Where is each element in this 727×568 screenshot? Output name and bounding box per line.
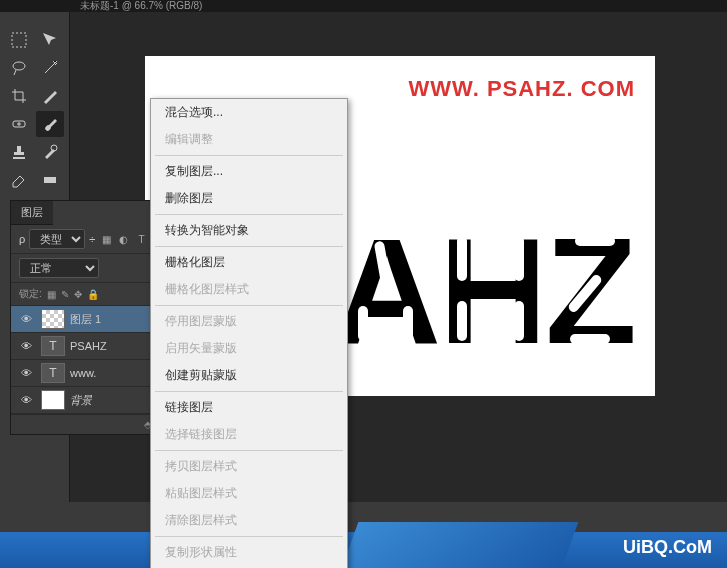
visibility-toggle[interactable]: 👁	[16, 367, 36, 379]
visibility-toggle[interactable]: 👁	[16, 340, 36, 352]
layer-context-menu: 混合选项... 编辑调整 复制图层... 删除图层 转换为智能对象 栅格化图层 …	[150, 98, 348, 568]
visibility-toggle[interactable]: 👁	[16, 394, 36, 406]
wand-tool[interactable]	[36, 55, 64, 81]
layer-filter-type[interactable]: 类型	[29, 229, 85, 249]
menu-separator	[155, 391, 343, 392]
menu-edit-adjustment: 编辑调整	[151, 126, 347, 153]
menu-select-linked: 选择链接图层	[151, 421, 347, 448]
layer-thumb	[41, 309, 65, 329]
menu-rasterize-style: 栅格化图层样式	[151, 276, 347, 303]
brush-tool[interactable]	[36, 111, 64, 137]
crop-tool[interactable]	[5, 83, 33, 109]
gradient-tool[interactable]	[36, 167, 64, 193]
lock-brush-icon[interactable]: ✎	[61, 289, 69, 300]
canvas-watermark: WWW. PSAHZ. COM	[409, 76, 635, 102]
svg-point-1	[13, 62, 25, 70]
svg-rect-4	[44, 177, 56, 183]
taskbar-decoration	[342, 522, 579, 568]
layers-tab[interactable]: 图层	[11, 201, 53, 225]
page-watermark: UiBQ.CoM	[623, 537, 712, 558]
stamp-tool[interactable]	[5, 139, 33, 165]
windows-taskbar[interactable]	[0, 532, 727, 568]
blend-mode-select[interactable]: 正常	[19, 258, 99, 278]
menu-separator	[155, 536, 343, 537]
menu-delete-layer[interactable]: 删除图层	[151, 185, 347, 212]
menu-separator	[155, 246, 343, 247]
menu-paste-layer-style: 粘贴图层样式	[151, 480, 347, 507]
menu-separator	[155, 305, 343, 306]
photoshop-window: 未标题-1 @ 66.7% (RGB/8) WWW. PSAHZ.	[0, 0, 727, 568]
menu-disable-layer-mask: 停用图层蒙版	[151, 308, 347, 335]
layer-name: 图层 1	[70, 312, 101, 327]
marquee-tool[interactable]	[5, 27, 33, 53]
menu-separator	[155, 450, 343, 451]
layer-name: www.	[70, 367, 96, 379]
menu-clear-layer-style: 清除图层样式	[151, 507, 347, 534]
layer-name: PSAHZ	[70, 340, 107, 352]
lasso-tool[interactable]	[5, 55, 33, 81]
filter-type-icon[interactable]: T	[135, 231, 149, 247]
menu-separator	[155, 155, 343, 156]
menu-enable-vector-mask: 启用矢量蒙版	[151, 335, 347, 362]
layer-name: 背景	[70, 393, 92, 408]
lock-all-icon[interactable]: 🔒	[87, 289, 99, 300]
filter-pixel-icon[interactable]: ▦	[99, 231, 113, 247]
visibility-toggle[interactable]: 👁	[16, 313, 36, 325]
lock-pixels-icon[interactable]: ▦	[47, 289, 56, 300]
menu-create-clipping-mask[interactable]: 创建剪贴蒙版	[151, 362, 347, 389]
menu-copy-shape-attr: 复制形状属性	[151, 539, 347, 566]
layer-thumb: T	[41, 336, 65, 356]
move-tool[interactable]	[36, 27, 64, 53]
eyedropper-tool[interactable]	[36, 83, 64, 109]
eraser-tool[interactable]	[5, 167, 33, 193]
menu-blend-options[interactable]: 混合选项...	[151, 99, 347, 126]
document-title: 未标题-1 @ 66.7% (RGB/8)	[0, 0, 727, 12]
menu-duplicate-layer[interactable]: 复制图层...	[151, 158, 347, 185]
filter-adjust-icon[interactable]: ◐	[117, 231, 131, 247]
menu-convert-smart-object[interactable]: 转换为智能对象	[151, 217, 347, 244]
menu-rasterize-layer[interactable]: 栅格化图层	[151, 249, 347, 276]
heal-tool[interactable]	[5, 111, 33, 137]
layer-thumb: T	[41, 363, 65, 383]
history-brush-tool[interactable]	[36, 139, 64, 165]
menu-link-layers[interactable]: 链接图层	[151, 394, 347, 421]
svg-rect-0	[12, 33, 26, 47]
lock-position-icon[interactable]: ✥	[74, 289, 82, 300]
menu-copy-layer-style: 拷贝图层样式	[151, 453, 347, 480]
layer-thumb	[41, 390, 65, 410]
menu-separator	[155, 214, 343, 215]
